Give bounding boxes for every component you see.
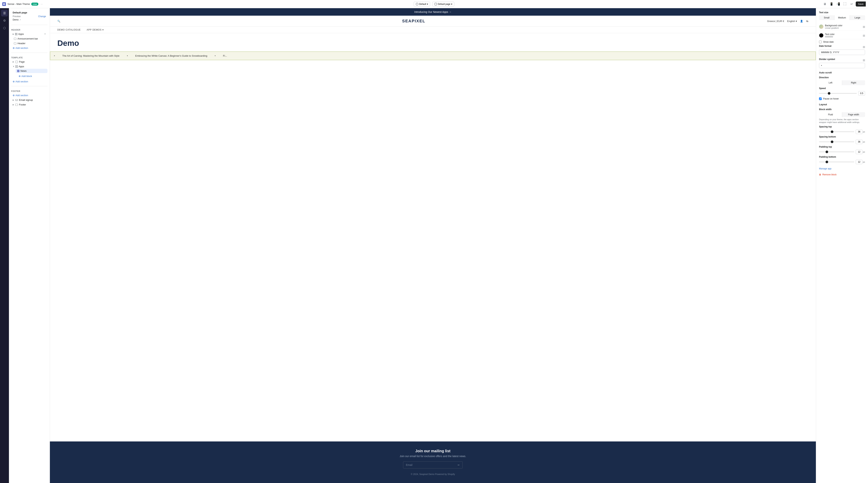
change-button[interactable]: Change [38,15,46,18]
desktop-view-button[interactable]: 🖥 [822,1,828,7]
speed-value-input[interactable] [858,91,865,95]
add-section-template-button[interactable]: ⊕ Add section [11,79,48,84]
save-button[interactable]: Save [856,1,866,6]
manage-app-link[interactable]: Manage app [819,167,832,170]
date-format-section: Date format ▤ [819,45,865,55]
tablet-view-button[interactable]: 📱 [829,1,834,7]
padding-bottom-label: Padding bottom [819,155,865,158]
pause-on-hover-row: Pause on hover [819,97,865,100]
svg-rect-16 [16,104,18,106]
sidebar-item-footer[interactable]: ▶ Footer [11,102,48,107]
sidebar-item-news[interactable]: News [16,69,48,73]
footer-icon [15,104,18,106]
apps-rail-icon[interactable]: ⬡ [1,25,8,31]
add-section-header-button[interactable]: ⊕ Add section [11,46,48,50]
padding-top-slider[interactable] [819,151,854,152]
svg-rect-10 [16,65,17,66]
spacing-bottom-slider[interactable] [819,141,854,142]
search-icon[interactable]: 🔍 [57,20,60,23]
content-spacer [50,60,816,442]
cart-icon[interactable]: 🛍 [806,20,808,23]
sidebar-template-section: Template ▶ Page ▼ Apps News ⊕ [9,54,50,85]
nav-demo-catalogue[interactable]: DEMO CATALOGUE [57,29,81,31]
direction-left-button[interactable]: Left [819,80,842,85]
svg-rect-7 [14,38,16,40]
store-footer: Join our mailing list Join our email lis… [50,442,816,483]
text-size-large-button[interactable]: Large [850,15,865,20]
date-format-info-icon[interactable]: ▤ [863,46,865,48]
store-logo: SEAPIXEL [402,19,426,24]
pause-on-hover-checkbox[interactable] [819,97,822,100]
mobile-view-button[interactable]: 📲 [836,1,841,7]
padding-top-unit: px [863,151,865,153]
footer-copy: © 2024, Seapixel Demo Powered by Shopify [57,473,808,476]
spacing-top-slider[interactable] [819,131,854,132]
template-section-title: Template [11,56,48,59]
block-width-fluid-button[interactable]: Fluid [819,112,842,117]
email-input[interactable] [403,461,454,468]
topbar-left: Sense - Main Theme Live ··· [2,2,412,6]
view-dropdown[interactable]: Default ▾ [414,2,430,6]
sidebar-item-email-signup[interactable]: ▶ Email signup [11,97,48,102]
sections-rail-icon[interactable]: ☰ [1,10,8,17]
block-width-group: Fluid Page width [819,112,865,117]
account-icon[interactable]: 👤 [800,20,803,23]
trash-icon: 🗑 [819,173,821,176]
sidebar-item-announcement-bar[interactable]: Announcement bar [11,36,48,41]
padding-top-value[interactable] [856,150,862,154]
date-format-input[interactable] [819,50,865,55]
sidebar-header-section: Header ▶ Apps ✏ Announcement bar Header … [9,26,50,51]
text-size-medium-button[interactable]: Medium [835,15,850,20]
sidebar-item-header-apps[interactable]: ▶ Apps ✏ [11,32,48,36]
spacing-top-row: px [819,130,865,134]
direction-right-button[interactable]: Right [842,80,865,85]
spacing-bottom-value[interactable] [856,140,862,144]
block-width-page-width-button[interactable]: Page width [842,112,865,117]
email-form: → [403,461,463,468]
fullscreen-button[interactable]: ⛶ [842,1,847,7]
sidebar-item-page[interactable]: ▶ Page [11,59,48,64]
add-section-footer-button[interactable]: ⊕ Add section [11,93,48,97]
svg-rect-13 [17,67,18,68]
padding-top-label: Padding top [819,145,865,148]
announcement-text: Introducing Our Newest Apps → [414,10,452,13]
more-menu-button[interactable]: ··· [40,2,43,6]
nav-region: Greece | EUR € [767,20,784,23]
background-color-swatch[interactable] [819,24,824,29]
svg-rect-3 [15,33,16,34]
page-dropdown[interactable]: Default page ▾ [432,2,454,6]
pause-on-hover-label: Pause on hover [823,97,839,100]
divider-symbol-input[interactable] [819,63,865,68]
sidebar-item-template-apps[interactable]: ▼ Apps [11,64,48,69]
sidebar-divider-1 [11,25,48,25]
auto-scroll-section: Auto scroll Direction Left Right Speed P… [819,71,865,100]
email-submit-button[interactable]: → [454,461,463,468]
svg-rect-4 [17,33,17,34]
text-color-edit-icon[interactable]: ▤ [863,34,865,37]
divider-symbol-info-icon[interactable]: ▤ [863,59,865,61]
remove-block-button[interactable]: 🗑 Remove block [819,172,837,177]
chevron-down-icon: ▼ [13,65,14,67]
undo-button[interactable]: ↩ [849,1,854,7]
spacing-top-value[interactable] [856,130,862,134]
demo-label: Demo [13,19,19,21]
apps-children: News ⊕ Add block [11,69,48,79]
text-color-swatch[interactable] [819,33,824,38]
padding-bottom-slider[interactable] [819,162,854,162]
sidebar-item-header[interactable]: Header [11,41,48,46]
edit-icon[interactable]: ✏ [44,33,46,35]
news-item-2: Embracing the White Canvas: A Beginner's… [135,54,207,57]
padding-bottom-value[interactable] [856,160,862,164]
theme-name: Sense - Main Theme [7,3,30,5]
show-date-checkbox[interactable] [819,40,822,43]
text-size-small-button[interactable]: Small [819,15,834,20]
background-color-edit-icon[interactable]: ▤ [863,25,865,28]
email-signup-icon [15,99,18,102]
footer-title: Join our mailing list [57,449,808,453]
speed-slider[interactable] [819,93,857,94]
settings-rail-icon[interactable]: ⚙ [1,17,8,24]
demo-row: Demo ↗ [11,18,48,23]
add-block-button[interactable]: ⊕ Add block [17,74,33,79]
nav-app-demos[interactable]: APP DEMOS ▾ [87,29,104,31]
view-icon [416,3,418,5]
